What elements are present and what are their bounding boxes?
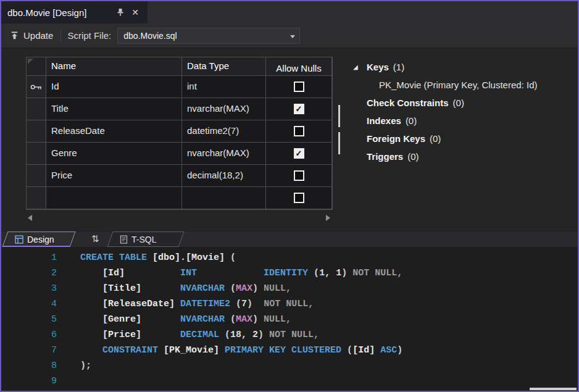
tree-item-triggers[interactable]: Triggers(0) bbox=[348, 148, 574, 165]
select-all-corner[interactable] bbox=[27, 57, 46, 76]
code-line: 3 [Title] NVARCHAR (MAX) NULL, bbox=[1, 281, 578, 296]
document-tab-bar: dbo.Movie [Design] ✕ bbox=[1, 1, 578, 23]
code-token: ( bbox=[230, 299, 241, 309]
update-arrow-icon bbox=[10, 31, 19, 40]
code-token: [ReleaseDate] bbox=[102, 299, 175, 309]
code-line: 4 [ReleaseDate] DATETIME2 (7) NOT NULL, bbox=[1, 296, 578, 312]
table-row: Pricedecimal(18,2) bbox=[27, 165, 332, 187]
data-type-cell[interactable]: decimal(18,2) bbox=[182, 165, 266, 187]
code-token bbox=[80, 299, 102, 309]
code-line: 2 [Id] INT IDENTITY (1, 1) NOT NULL, bbox=[1, 265, 578, 281]
tree-item-foreign-keys[interactable]: Foreign Keys(0) bbox=[348, 130, 574, 148]
tab-tsql[interactable]: T-SQL bbox=[110, 231, 181, 247]
row-header-primary-key[interactable] bbox=[27, 76, 46, 98]
code-token bbox=[147, 252, 152, 263]
column-header-data-type[interactable]: Data Type bbox=[182, 57, 266, 76]
keys-tree: ◢Keys(1)PK_Movie (Primary Key, Clustered… bbox=[348, 58, 574, 165]
tree-item-check-constraints[interactable]: Check Constraints(0) bbox=[348, 94, 574, 112]
swap-panes-icon[interactable]: ⇅ bbox=[91, 233, 99, 244]
allow-nulls-cell bbox=[266, 165, 332, 187]
code-line: 1CREATE TABLE [dbo].[Movie] ( bbox=[1, 250, 578, 265]
allow-nulls-checkbox[interactable] bbox=[294, 193, 304, 203]
document-tab-dbo-movie-design[interactable]: dbo.Movie [Design] ✕ bbox=[1, 1, 148, 23]
data-type-cell[interactable]: int bbox=[182, 76, 266, 98]
table-row: Idint bbox=[27, 76, 332, 98]
code-token: IDENTITY bbox=[264, 268, 308, 278]
line-number: 7 bbox=[1, 343, 57, 358]
tree-item-keys[interactable]: ◢Keys(1) bbox=[348, 58, 574, 76]
column-header-allow-nulls[interactable]: Allow Nulls bbox=[266, 57, 332, 76]
code-token: ( bbox=[225, 252, 236, 263]
code-token: ( bbox=[341, 345, 352, 356]
horizontal-scrollbar-thumb[interactable] bbox=[530, 388, 577, 390]
code-text: ); bbox=[80, 361, 91, 371]
row-header[interactable] bbox=[27, 98, 46, 120]
close-icon[interactable]: ✕ bbox=[129, 6, 141, 19]
designer-bottom-tab-strip: Design ⇅ T-SQL bbox=[1, 231, 578, 247]
column-header-name[interactable]: Name bbox=[46, 57, 182, 76]
table-row: Titlenvarchar(MAX)✓ bbox=[27, 98, 332, 120]
column-name-cell[interactable]: Title bbox=[46, 98, 182, 120]
toolbar-separator bbox=[60, 29, 61, 43]
scroll-left-icon[interactable] bbox=[28, 215, 32, 221]
code-token: ) bbox=[252, 314, 264, 325]
script-file-combobox[interactable]: dbo.Movie.sql bbox=[117, 28, 300, 44]
allow-nulls-cell bbox=[266, 120, 332, 143]
data-type-cell[interactable]: nvarchar(MAX) bbox=[182, 143, 266, 165]
column-name-cell[interactable]: ReleaseDate bbox=[46, 120, 182, 143]
code-token: [Price] bbox=[102, 330, 141, 340]
row-header[interactable] bbox=[27, 143, 46, 165]
tree-item-count: (0) bbox=[453, 98, 464, 108]
code-token: CONSTRAINT bbox=[102, 345, 158, 356]
code-token: INT bbox=[180, 268, 197, 278]
data-type-cell[interactable]: nvarchar(MAX) bbox=[182, 98, 266, 120]
column-name-cell[interactable] bbox=[46, 187, 182, 209]
code-token: [Id] bbox=[352, 345, 375, 356]
code-token: NULL, bbox=[264, 314, 291, 325]
allow-nulls-checkbox[interactable] bbox=[294, 170, 304, 181]
code-token: ASC bbox=[380, 345, 397, 356]
line-number: 2 bbox=[1, 265, 57, 281]
pane-splitter[interactable] bbox=[336, 105, 341, 157]
code-token: MAX bbox=[236, 314, 252, 325]
update-button-label: Update bbox=[23, 30, 53, 41]
data-type-cell[interactable]: datetime2(7) bbox=[182, 120, 266, 143]
code-token: ) bbox=[341, 268, 352, 278]
column-name-cell[interactable]: Id bbox=[46, 76, 182, 98]
column-name-cell[interactable]: Genre bbox=[46, 143, 182, 165]
expanded-arrow-icon[interactable]: ◢ bbox=[353, 64, 367, 70]
tree-child-label: PK_Movie (Primary Key, Clustered: Id) bbox=[379, 80, 537, 90]
code-token: [Genre] bbox=[102, 314, 141, 325]
code-token: [Title] bbox=[102, 283, 141, 294]
column-name-cell[interactable]: Price bbox=[46, 165, 182, 187]
sql-code-editor[interactable]: 1CREATE TABLE [dbo].[Movie] (2 [Id] INT … bbox=[1, 247, 578, 391]
code-line: 7 CONSTRAINT [PK_Movie] PRIMARY KEY CLUS… bbox=[1, 343, 578, 358]
data-type-cell[interactable] bbox=[182, 187, 266, 209]
allow-nulls-checkbox[interactable] bbox=[294, 126, 304, 136]
row-header[interactable] bbox=[27, 187, 46, 209]
tree-item-label: Triggers bbox=[367, 151, 403, 162]
pin-icon-glyph bbox=[117, 8, 124, 17]
allow-nulls-checkbox[interactable]: ✓ bbox=[294, 104, 304, 114]
scroll-right-icon[interactable] bbox=[326, 215, 330, 221]
tree-item-indexes[interactable]: Indexes(0) bbox=[348, 112, 574, 130]
grid-horizontal-scrollbar[interactable] bbox=[26, 214, 332, 222]
row-header[interactable] bbox=[27, 165, 46, 187]
code-token bbox=[158, 345, 164, 356]
code-token: [PK_Movie] bbox=[164, 345, 219, 356]
code-token: MAX bbox=[236, 283, 252, 294]
code-line: 8); bbox=[1, 358, 578, 373]
tsql-script-icon bbox=[120, 235, 128, 244]
tree-item-count: (0) bbox=[430, 133, 441, 144]
update-button[interactable]: Update bbox=[1, 27, 59, 44]
tab-design[interactable]: Design bbox=[5, 231, 73, 247]
allow-nulls-checkbox[interactable] bbox=[294, 81, 304, 92]
code-token bbox=[125, 268, 180, 278]
tree-item-label: Indexes bbox=[367, 115, 401, 126]
code-token: NOT NULL, bbox=[264, 299, 314, 309]
row-header[interactable] bbox=[27, 120, 46, 143]
tree-child-item[interactable]: PK_Movie (Primary Key, Clustered: Id) bbox=[348, 76, 574, 94]
pin-icon[interactable] bbox=[114, 6, 127, 19]
code-line: 5 [Genre] NVARCHAR (MAX) NULL, bbox=[1, 312, 578, 327]
allow-nulls-checkbox[interactable]: ✓ bbox=[294, 148, 304, 159]
